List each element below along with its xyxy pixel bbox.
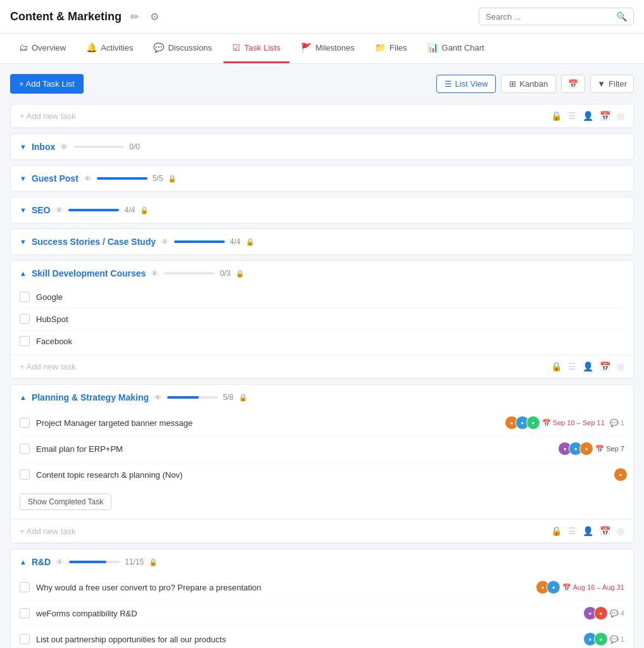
chevron-icon-guest_post: ▼ bbox=[20, 175, 27, 182]
section-header-skill_development[interactable]: ▲Skill Development Courses👁0/3🔒 bbox=[11, 261, 633, 286]
task-name: weForms compatibility R&D bbox=[36, 609, 577, 618]
section-header-inbox[interactable]: ▼Inbox👁0/0 bbox=[11, 134, 633, 159]
section-skill_development: ▲Skill Development Courses👁0/3🔒GoogleHub… bbox=[10, 260, 634, 379]
add-task-row-skill_development[interactable]: + Add new task🔒☰👤📅◎ bbox=[11, 354, 633, 378]
tab-overview[interactable]: 🗂 Overview bbox=[10, 34, 75, 63]
avatar: ● bbox=[594, 632, 608, 646]
tab-task-lists[interactable]: ☑ Task Lists bbox=[224, 34, 289, 63]
eye-icon-seo: 👁 bbox=[55, 206, 63, 215]
calendar-icon: 📅 bbox=[600, 111, 610, 121]
task-checkbox[interactable] bbox=[20, 608, 30, 618]
tab-activities[interactable]: 🔔 Activities bbox=[77, 34, 142, 63]
settings-button[interactable]: ⚙ bbox=[148, 8, 161, 25]
add-task-row-planning_strategy[interactable]: + Add new task🔒☰👤📅◎ bbox=[11, 519, 633, 543]
add-task-label: + Add new task bbox=[20, 526, 76, 536]
header-left: Content & Marketing ✏ ⚙ bbox=[10, 8, 161, 25]
task-row: Facebook bbox=[20, 330, 624, 352]
eye-icon-planning_strategy: 👁 bbox=[154, 393, 162, 402]
task-meta: ●●💬 4 bbox=[583, 606, 624, 620]
task-comments: 💬 1 bbox=[610, 419, 624, 427]
task-checkbox[interactable] bbox=[20, 292, 30, 302]
section-header-guest_post[interactable]: ▼Guest Post👁5/5🔒 bbox=[11, 166, 633, 191]
progress-bar-rd bbox=[69, 561, 120, 563]
tab-overview-label: Overview bbox=[32, 43, 66, 53]
task-comments: 💬 4 bbox=[610, 609, 624, 618]
task-checkbox[interactable] bbox=[20, 634, 30, 644]
section-count-inbox: 0/0 bbox=[129, 142, 140, 151]
search-input[interactable] bbox=[486, 12, 612, 22]
section-count-seo: 4/4 bbox=[124, 206, 135, 215]
task-name: Email plan for ERP+PM bbox=[36, 444, 552, 454]
section-planning_strategy: ▲Planning & Strategy Making👁5/8🔒Project … bbox=[10, 384, 634, 544]
discussions-icon: 💬 bbox=[153, 42, 164, 53]
tab-milestones-label: Milestones bbox=[315, 43, 355, 53]
task-row: HubSpot bbox=[20, 308, 624, 330]
task-name: Google bbox=[36, 292, 618, 302]
task-row-icons: 🔒 ☰ 👤 📅 ◎ bbox=[551, 111, 624, 121]
edit-button[interactable]: ✏ bbox=[128, 8, 141, 25]
progress-bar-planning_strategy bbox=[167, 396, 218, 399]
top-add-task-row[interactable]: + Add new task 🔒 ☰ 👤 📅 ◎ bbox=[11, 104, 633, 128]
person-icon: 👤 bbox=[583, 361, 593, 371]
filter-button[interactable]: ▼ Filter bbox=[590, 75, 634, 93]
section-header-rd[interactable]: ▲R&D👁11/15🔒 bbox=[11, 549, 633, 575]
lock-icon: 🔒 bbox=[551, 526, 562, 536]
list-view-button[interactable]: ☰ List View bbox=[436, 75, 496, 93]
section-count-planning_strategy: 5/8 bbox=[223, 393, 234, 402]
avatar: ● bbox=[614, 468, 628, 482]
lock-icon: 🔒 bbox=[551, 111, 562, 121]
calendar-button[interactable]: 📅 bbox=[561, 75, 585, 93]
person-icon: 👤 bbox=[583, 111, 593, 121]
task-checkbox[interactable] bbox=[20, 444, 30, 454]
avatar-group: ●● bbox=[536, 580, 557, 594]
section-count-guest_post: 5/5 bbox=[153, 174, 163, 183]
task-meta: ●●●📅 Sep 10 – Sep 11💬 1 bbox=[505, 416, 624, 430]
section-header-seo[interactable]: ▼SEO👁4/4🔒 bbox=[11, 197, 633, 223]
section-inbox: ▼Inbox👁0/0 bbox=[10, 134, 634, 160]
section-title-inbox: Inbox bbox=[32, 142, 55, 152]
task-name: Facebook bbox=[36, 337, 618, 346]
section-header-success_stories[interactable]: ▼Success Stories / Case Study👁4/4🔒 bbox=[11, 229, 633, 254]
add-task-list-button[interactable]: + Add Task List bbox=[10, 74, 84, 94]
avatar: ● bbox=[579, 442, 593, 456]
section-header-planning_strategy[interactable]: ▲Planning & Strategy Making👁5/8🔒 bbox=[11, 385, 633, 410]
section-count-rd: 11/15 bbox=[125, 558, 144, 566]
top-add-task-container: + Add new task 🔒 ☰ 👤 📅 ◎ bbox=[10, 104, 634, 128]
task-checkbox[interactable] bbox=[20, 582, 30, 592]
avatar-group: ●●● bbox=[558, 442, 590, 456]
lock-icon-success_stories: 🔒 bbox=[246, 238, 255, 246]
task-comments: 💬 1 bbox=[610, 635, 624, 644]
section-rd: ▲R&D👁11/15🔒Why would a free user convert… bbox=[10, 549, 634, 648]
add-task-row-icons: 🔒☰👤📅◎ bbox=[551, 361, 624, 371]
top-header: Content & Marketing ✏ ⚙ 🔍 bbox=[0, 0, 644, 34]
task-checkbox[interactable] bbox=[20, 418, 30, 428]
eye-icon-inbox: 👁 bbox=[60, 142, 68, 152]
person-icon: 👤 bbox=[583, 526, 593, 536]
section-title-skill_development: Skill Development Courses bbox=[32, 268, 146, 278]
toolbar: + Add Task List ☰ List View ⊞ Kanban 📅 ▼… bbox=[10, 74, 634, 94]
tab-milestones[interactable]: 🚩 Milestones bbox=[292, 34, 363, 63]
section-count-success_stories: 4/4 bbox=[230, 237, 241, 246]
kanban-label: Kanban bbox=[519, 79, 548, 89]
section-count-skill_development: 0/3 bbox=[220, 269, 230, 278]
tab-discussions[interactable]: 💬 Discussions bbox=[144, 34, 220, 63]
task-checkbox[interactable] bbox=[20, 314, 30, 324]
check-circle-icon: ◎ bbox=[617, 526, 624, 536]
tab-files[interactable]: 📁 Files bbox=[366, 34, 415, 63]
chevron-icon-skill_development: ▲ bbox=[20, 270, 27, 277]
section-title-success_stories: Success Stories / Case Study bbox=[32, 237, 156, 247]
files-icon: 📁 bbox=[375, 42, 386, 53]
show-completed-button[interactable]: Show Completed Task bbox=[20, 494, 111, 510]
calendar-icon: 📅 bbox=[600, 361, 610, 371]
task-date: 📅 Sep 10 – Sep 11 bbox=[542, 419, 605, 427]
task-checkbox[interactable] bbox=[20, 336, 30, 346]
section-title-planning_strategy: Planning & Strategy Making bbox=[32, 392, 149, 402]
progress-bar-inbox bbox=[73, 146, 124, 148]
task-row: Project Manager targeted banner message●… bbox=[20, 410, 624, 436]
calendar-icon: 📅 bbox=[600, 526, 610, 536]
add-task-label: + Add new task bbox=[20, 362, 76, 371]
tab-task-lists-label: Task Lists bbox=[244, 43, 281, 53]
task-checkbox[interactable] bbox=[20, 470, 30, 480]
tab-gantt-chart[interactable]: 📊 Gantt Chart bbox=[419, 34, 493, 63]
kanban-button[interactable]: ⊞ Kanban bbox=[501, 75, 556, 93]
